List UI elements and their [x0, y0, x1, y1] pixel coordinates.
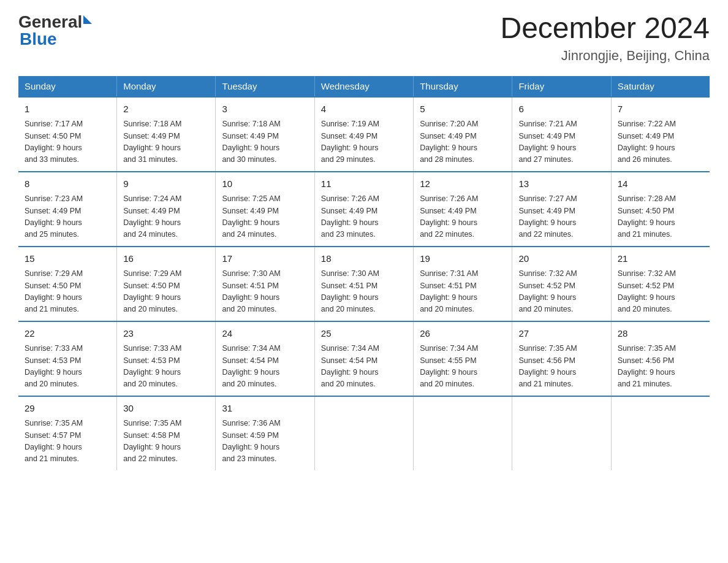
day-info: Sunrise: 7:29 AM Sunset: 4:50 PM Dayligh…	[25, 268, 110, 316]
calendar-cell: 6Sunrise: 7:21 AM Sunset: 4:49 PM Daylig…	[512, 97, 611, 172]
calendar-cell: 26Sunrise: 7:34 AM Sunset: 4:55 PM Dayli…	[414, 321, 512, 396]
day-number: 22	[25, 327, 110, 341]
day-number: 16	[123, 252, 209, 266]
day-number: 11	[321, 177, 407, 191]
day-info: Sunrise: 7:30 AM Sunset: 4:51 PM Dayligh…	[321, 268, 407, 316]
day-number: 1	[25, 102, 110, 117]
day-info: Sunrise: 7:19 AM Sunset: 4:49 PM Dayligh…	[321, 118, 407, 166]
day-number: 2	[123, 102, 209, 117]
day-number: 24	[222, 327, 308, 341]
day-info: Sunrise: 7:35 AM Sunset: 4:58 PM Dayligh…	[123, 418, 209, 465]
day-info: Sunrise: 7:34 AM Sunset: 4:54 PM Dayligh…	[222, 343, 308, 391]
day-number: 31	[222, 402, 308, 416]
day-info: Sunrise: 7:30 AM Sunset: 4:51 PM Dayligh…	[222, 268, 308, 316]
day-number: 13	[518, 177, 604, 191]
day-number: 17	[222, 252, 308, 266]
day-info: Sunrise: 7:17 AM Sunset: 4:50 PM Dayligh…	[25, 118, 110, 166]
header-wednesday: Wednesday	[314, 76, 413, 97]
day-number: 26	[420, 327, 506, 341]
calendar-cell: 14Sunrise: 7:28 AM Sunset: 4:50 PM Dayli…	[611, 172, 710, 247]
calendar-cell: 10Sunrise: 7:25 AM Sunset: 4:49 PM Dayli…	[216, 172, 314, 247]
calendar-cell: 8Sunrise: 7:23 AM Sunset: 4:49 PM Daylig…	[18, 172, 117, 247]
day-number: 6	[518, 102, 604, 117]
day-number: 8	[25, 177, 110, 191]
calendar-cell: 1Sunrise: 7:17 AM Sunset: 4:50 PM Daylig…	[18, 97, 117, 172]
calendar-cell: 30Sunrise: 7:35 AM Sunset: 4:58 PM Dayli…	[117, 396, 216, 470]
day-number: 29	[25, 402, 110, 416]
header-thursday: Thursday	[414, 76, 512, 97]
calendar-cell: 25Sunrise: 7:34 AM Sunset: 4:54 PM Dayli…	[314, 321, 413, 396]
day-info: Sunrise: 7:35 AM Sunset: 4:57 PM Dayligh…	[25, 418, 110, 465]
day-info: Sunrise: 7:24 AM Sunset: 4:49 PM Dayligh…	[123, 193, 209, 241]
day-info: Sunrise: 7:22 AM Sunset: 4:49 PM Dayligh…	[618, 118, 703, 166]
day-info: Sunrise: 7:34 AM Sunset: 4:55 PM Dayligh…	[420, 343, 506, 391]
calendar-cell: 3Sunrise: 7:18 AM Sunset: 4:49 PM Daylig…	[216, 97, 314, 172]
day-info: Sunrise: 7:26 AM Sunset: 4:49 PM Dayligh…	[321, 193, 407, 241]
calendar-cell: 7Sunrise: 7:22 AM Sunset: 4:49 PM Daylig…	[611, 97, 710, 172]
calendar-cell: 15Sunrise: 7:29 AM Sunset: 4:50 PM Dayli…	[18, 247, 117, 321]
day-info: Sunrise: 7:20 AM Sunset: 4:49 PM Dayligh…	[420, 118, 506, 166]
calendar-cell: 17Sunrise: 7:30 AM Sunset: 4:51 PM Dayli…	[216, 247, 314, 321]
calendar-cell: 28Sunrise: 7:35 AM Sunset: 4:56 PM Dayli…	[611, 321, 710, 396]
header-monday: Monday	[117, 76, 216, 97]
day-number: 28	[618, 327, 703, 341]
day-number: 12	[420, 177, 506, 191]
calendar-cell: 27Sunrise: 7:35 AM Sunset: 4:56 PM Dayli…	[512, 321, 611, 396]
header-saturday: Saturday	[611, 76, 710, 97]
day-number: 14	[618, 177, 703, 191]
calendar-week-row: 15Sunrise: 7:29 AM Sunset: 4:50 PM Dayli…	[18, 247, 710, 321]
day-number: 3	[222, 102, 308, 117]
day-info: Sunrise: 7:28 AM Sunset: 4:50 PM Dayligh…	[618, 193, 703, 241]
logo: General Blue	[18, 12, 92, 49]
day-info: Sunrise: 7:29 AM Sunset: 4:50 PM Dayligh…	[123, 268, 209, 316]
calendar-header-row: SundayMondayTuesdayWednesdayThursdayFrid…	[18, 76, 710, 97]
day-number: 25	[321, 327, 407, 341]
calendar-cell: 31Sunrise: 7:36 AM Sunset: 4:59 PM Dayli…	[216, 396, 314, 470]
day-info: Sunrise: 7:35 AM Sunset: 4:56 PM Dayligh…	[518, 343, 604, 391]
day-info: Sunrise: 7:31 AM Sunset: 4:51 PM Dayligh…	[420, 268, 506, 316]
calendar-subtitle: Jinrongjie, Beijing, China	[500, 48, 710, 64]
calendar-cell: 9Sunrise: 7:24 AM Sunset: 4:49 PM Daylig…	[117, 172, 216, 247]
day-number: 20	[518, 252, 604, 266]
header-tuesday: Tuesday	[216, 76, 314, 97]
day-number: 15	[25, 252, 110, 266]
day-info: Sunrise: 7:18 AM Sunset: 4:49 PM Dayligh…	[222, 118, 308, 166]
day-number: 30	[123, 402, 209, 416]
calendar-cell: 5Sunrise: 7:20 AM Sunset: 4:49 PM Daylig…	[414, 97, 512, 172]
calendar-cell: 16Sunrise: 7:29 AM Sunset: 4:50 PM Dayli…	[117, 247, 216, 321]
calendar-cell: 11Sunrise: 7:26 AM Sunset: 4:49 PM Dayli…	[314, 172, 413, 247]
calendar-cell: 23Sunrise: 7:33 AM Sunset: 4:53 PM Dayli…	[117, 321, 216, 396]
day-number: 23	[123, 327, 209, 341]
calendar-cell: 29Sunrise: 7:35 AM Sunset: 4:57 PM Dayli…	[18, 396, 117, 470]
calendar-week-row: 29Sunrise: 7:35 AM Sunset: 4:57 PM Dayli…	[18, 396, 710, 470]
day-info: Sunrise: 7:18 AM Sunset: 4:49 PM Dayligh…	[123, 118, 209, 166]
day-number: 18	[321, 252, 407, 266]
day-info: Sunrise: 7:33 AM Sunset: 4:53 PM Dayligh…	[123, 343, 209, 391]
day-number: 9	[123, 177, 209, 191]
calendar-cell: 20Sunrise: 7:32 AM Sunset: 4:52 PM Dayli…	[512, 247, 611, 321]
header-sunday: Sunday	[18, 76, 117, 97]
calendar-week-row: 8Sunrise: 7:23 AM Sunset: 4:49 PM Daylig…	[18, 172, 710, 247]
calendar-cell: 2Sunrise: 7:18 AM Sunset: 4:49 PM Daylig…	[117, 97, 216, 172]
logo-triangle-icon	[83, 15, 92, 24]
day-info: Sunrise: 7:33 AM Sunset: 4:53 PM Dayligh…	[25, 343, 110, 391]
day-number: 27	[518, 327, 604, 341]
day-info: Sunrise: 7:34 AM Sunset: 4:54 PM Dayligh…	[321, 343, 407, 391]
calendar-cell	[611, 396, 710, 470]
calendar-cell	[414, 396, 512, 470]
calendar-cell: 12Sunrise: 7:26 AM Sunset: 4:49 PM Dayli…	[414, 172, 512, 247]
header-friday: Friday	[512, 76, 611, 97]
calendar-cell: 13Sunrise: 7:27 AM Sunset: 4:49 PM Dayli…	[512, 172, 611, 247]
day-number: 10	[222, 177, 308, 191]
day-info: Sunrise: 7:27 AM Sunset: 4:49 PM Dayligh…	[518, 193, 604, 241]
day-number: 7	[618, 102, 703, 117]
day-info: Sunrise: 7:21 AM Sunset: 4:49 PM Dayligh…	[518, 118, 604, 166]
day-info: Sunrise: 7:25 AM Sunset: 4:49 PM Dayligh…	[222, 193, 308, 241]
day-info: Sunrise: 7:32 AM Sunset: 4:52 PM Dayligh…	[518, 268, 604, 316]
calendar-title: December 2024	[500, 12, 710, 45]
day-number: 5	[420, 102, 506, 117]
page-header: General Blue December 2024 Jinrongjie, B…	[18, 12, 710, 64]
logo-text-blue: Blue	[18, 29, 92, 49]
calendar-cell	[314, 396, 413, 470]
calendar-table: SundayMondayTuesdayWednesdayThursdayFrid…	[18, 76, 710, 470]
